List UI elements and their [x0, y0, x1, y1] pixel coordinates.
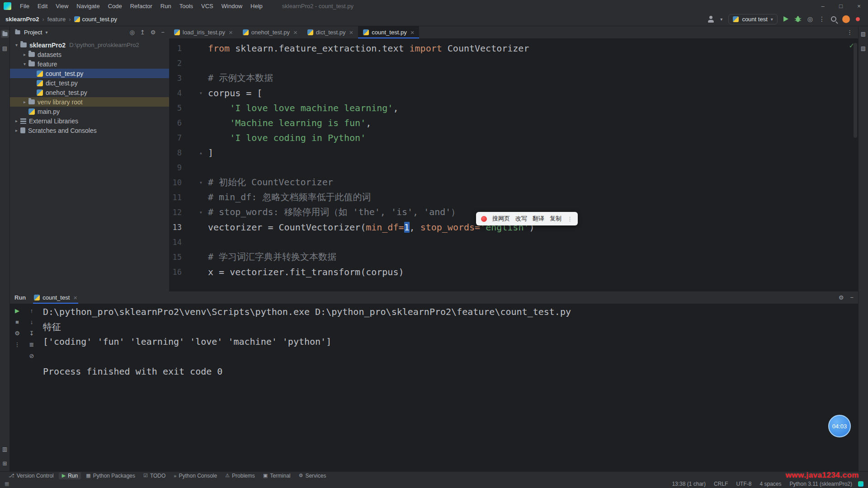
project-tool-button[interactable]: [1, 30, 9, 38]
status-4-spaces[interactable]: 4 spaces: [755, 481, 785, 487]
fold-icon[interactable]: ▾: [182, 90, 208, 96]
code-line-15[interactable]: 15# 学习词汇字典并转换文本数据: [169, 249, 858, 264]
tree-item-feature[interactable]: ▾feature: [10, 59, 169, 69]
clear-icon[interactable]: ⊘: [29, 353, 34, 359]
line-number[interactable]: 12: [169, 208, 182, 217]
hide-panel-icon[interactable]: −: [161, 29, 165, 36]
status-corner-icon[interactable]: ▦: [5, 481, 9, 487]
user-icon[interactable]: [708, 16, 714, 23]
hide-panel-icon[interactable]: −: [850, 294, 854, 301]
console-output[interactable]: D:\python_pro\sklearnPro2\venv\Scripts\p…: [43, 305, 854, 471]
editor-scrollbar[interactable]: [854, 43, 857, 138]
gear-icon[interactable]: ⚙: [151, 29, 156, 36]
fold-icon[interactable]: ▾: [182, 209, 208, 216]
up-stack-icon[interactable]: ↑: [30, 308, 33, 314]
menu-view[interactable]: View: [52, 0, 72, 12]
line-number[interactable]: 10: [169, 178, 182, 187]
status-crlf[interactable]: CRLF: [710, 481, 732, 487]
editor-tab-onehot-test-py[interactable]: onehot_test.py×: [238, 26, 302, 38]
statusbar-terminal[interactable]: ▣Terminal: [260, 472, 294, 479]
fold-icon[interactable]: ▾: [182, 179, 208, 186]
ide-status-icon[interactable]: [858, 481, 863, 487]
collapse-all-icon[interactable]: ↥: [140, 29, 145, 36]
code-line-4[interactable]: 4▾corpus = [: [169, 85, 858, 100]
close-button[interactable]: ×: [850, 0, 868, 12]
stop-icon[interactable]: ■: [15, 319, 19, 325]
chevron-down-icon[interactable]: ▾: [21, 61, 28, 66]
debug-button[interactable]: [794, 15, 802, 23]
ai-assistant-tool-button[interactable]: ▧: [859, 44, 868, 52]
line-number[interactable]: 1: [169, 44, 182, 53]
bookmarks-tool-button[interactable]: ▥: [1, 445, 9, 453]
line-number[interactable]: 3: [169, 74, 182, 83]
screen-recorder-timer[interactable]: 04:03: [828, 415, 851, 437]
line-number[interactable]: 5: [169, 103, 182, 113]
tree-item-dict-test-py[interactable]: dict_test.py: [10, 78, 169, 88]
code-line-7[interactable]: 7 'I love coding in Python': [169, 130, 858, 145]
code-line-2[interactable]: 2: [169, 56, 858, 70]
code-line-5[interactable]: 5 'I love love machine learning',: [169, 100, 858, 115]
code-line-9[interactable]: 9: [169, 160, 858, 175]
close-icon[interactable]: ×: [229, 28, 233, 36]
code-line-6[interactable]: 6 'Machine learning is fun',: [169, 115, 858, 130]
line-number[interactable]: 9: [169, 163, 182, 172]
tree-item-external-libraries[interactable]: ▸External Libraries: [10, 116, 169, 126]
menu-run[interactable]: Run: [156, 0, 175, 12]
chevron-right-icon[interactable]: ▸: [21, 52, 28, 57]
tree-item-venv-library-root[interactable]: ▸venv library root: [10, 97, 169, 107]
notifications-tool-button[interactable]: ▨: [859, 30, 868, 38]
line-number[interactable]: 13: [169, 223, 182, 232]
tree-item-scratches-and-consoles[interactable]: ▸Scratches and Consoles: [10, 126, 169, 135]
run-button[interactable]: [783, 16, 788, 22]
popup-button-1[interactable]: 搜网页: [492, 215, 510, 223]
line-number[interactable]: 6: [169, 118, 182, 127]
breadcrumb-sklearnpro2[interactable]: sklearnPro2: [5, 16, 39, 23]
line-number[interactable]: 11: [169, 193, 182, 202]
settings-icon[interactable]: ⚙: [14, 330, 20, 337]
minimize-button[interactable]: –: [814, 0, 832, 12]
more-icon[interactable]: ⋮: [14, 342, 20, 348]
line-number[interactable]: 4: [169, 89, 182, 98]
code-line-3[interactable]: 3# 示例文本数据: [169, 70, 858, 85]
code-line-16[interactable]: 16x = vectorizer.fit_transform(corpus): [169, 264, 858, 279]
locate-file-icon[interactable]: ◎: [130, 29, 135, 36]
coverage-button[interactable]: ◎: [807, 15, 813, 23]
tab-options-kebab-icon[interactable]: ⋮: [841, 29, 858, 36]
code-line-10[interactable]: 10▾# 初始化 CountVectorizer: [169, 175, 858, 190]
close-icon[interactable]: ×: [410, 28, 415, 36]
code-editor[interactable]: 1from sklearn.feature_extraction.text im…: [169, 38, 858, 291]
close-icon[interactable]: ×: [293, 28, 297, 36]
soft-wrap-icon[interactable]: ↧: [29, 330, 34, 337]
tree-item-onehot-test-py[interactable]: onehot_test.py: [10, 88, 169, 97]
line-number[interactable]: 8: [169, 148, 182, 157]
meet-tool-button[interactable]: ⊞: [1, 460, 9, 468]
tree-item-count-test-py[interactable]: count_test.py: [10, 69, 169, 78]
code-line-8[interactable]: 8▴]: [169, 145, 858, 160]
code-line-11[interactable]: 11# min_df: 忽略文档频率低于此值的词: [169, 190, 858, 205]
menu-help[interactable]: Help: [246, 0, 267, 12]
breadcrumb-feature[interactable]: feature: [47, 16, 66, 23]
menu-vcs[interactable]: VCS: [197, 0, 217, 12]
popup-button-4[interactable]: 复制: [550, 215, 561, 223]
line-number[interactable]: 7: [169, 133, 182, 142]
more-actions-button[interactable]: ⋮: [819, 15, 825, 23]
scroll-to-end-icon[interactable]: ≣: [29, 342, 34, 348]
close-icon[interactable]: ×: [349, 28, 354, 36]
line-number[interactable]: 16: [169, 267, 182, 277]
tree-item-sklearnpro2[interactable]: ▾sklearnPro2D:\python_pro\sklearnPro2: [10, 40, 169, 50]
breadcrumb-count-test-py[interactable]: count_test.py: [74, 16, 117, 23]
popup-button-2[interactable]: 改写: [515, 215, 527, 223]
project-panel-title[interactable]: Project: [24, 29, 42, 36]
code-line-14[interactable]: 14: [169, 235, 858, 249]
chevron-right-icon[interactable]: ▸: [13, 128, 20, 133]
editor-tab-load-iris-test-py[interactable]: load_iris_test.py×: [169, 26, 238, 38]
tree-item-main-py[interactable]: main.py: [10, 107, 169, 116]
structure-tool-button[interactable]: ▤: [1, 44, 9, 52]
editor-tab-dict-test-py[interactable]: dict_test.py×: [302, 26, 359, 38]
menu-edit[interactable]: Edit: [33, 0, 52, 12]
gear-icon[interactable]: ⚙: [839, 294, 844, 301]
popup-kebab-icon[interactable]: ⋮: [567, 216, 573, 222]
statusbar-python-console[interactable]: »Python Console: [170, 472, 220, 479]
run-config-selector[interactable]: count test ▾: [728, 14, 777, 24]
menu-window[interactable]: Window: [217, 0, 246, 12]
